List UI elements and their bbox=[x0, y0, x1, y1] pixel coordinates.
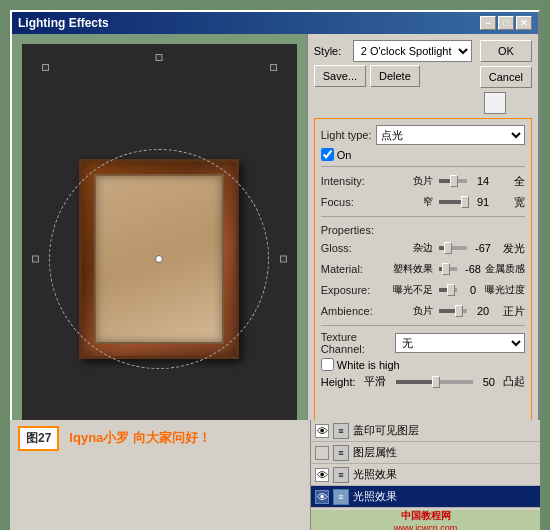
layer-eye-4[interactable]: 👁 bbox=[315, 490, 329, 504]
layer-icon-2: ≡ bbox=[333, 445, 349, 461]
height-value: 50 bbox=[483, 376, 495, 388]
layer-row-1: 👁 ≡ 盖印可见图层 bbox=[311, 420, 540, 442]
layer-name-3: 光照效果 bbox=[353, 467, 397, 482]
cancel-button[interactable]: Cancel bbox=[480, 66, 532, 88]
gloss-slider[interactable] bbox=[439, 246, 467, 250]
intensity-right: 全 bbox=[495, 174, 525, 189]
ok-button[interactable]: OK bbox=[480, 40, 532, 62]
ok-cancel-group: OK Cancel bbox=[480, 40, 532, 114]
handle-top[interactable] bbox=[156, 54, 163, 61]
focus-value: 91 bbox=[473, 196, 493, 208]
layer-row-3: 👁 ≡ 光照效果 bbox=[311, 464, 540, 486]
ambience-label: Ambience: bbox=[321, 305, 391, 317]
banner-area: 图27 lqyna小罗 向大家问好！ bbox=[10, 420, 310, 456]
maximize-button[interactable]: □ bbox=[498, 16, 514, 30]
texture-select[interactable]: 无 bbox=[395, 333, 525, 353]
style-label: Style: bbox=[314, 45, 349, 57]
delete-button[interactable]: Delete bbox=[370, 65, 420, 87]
ambience-value: 20 bbox=[473, 305, 493, 317]
ambience-right: 正片 bbox=[495, 304, 525, 319]
focus-label: Focus: bbox=[321, 196, 391, 208]
save-button[interactable]: Save... bbox=[314, 65, 366, 87]
intensity-thumb[interactable] bbox=[450, 175, 458, 187]
handle-topright[interactable] bbox=[270, 64, 277, 71]
on-checkbox[interactable] bbox=[321, 148, 334, 161]
divider1 bbox=[321, 166, 525, 167]
exposure-right: 曝光过度 bbox=[485, 283, 525, 297]
focus-fill bbox=[439, 200, 463, 204]
divider2 bbox=[321, 216, 525, 217]
ambience-left: 负片 bbox=[393, 304, 433, 318]
intensity-slider[interactable] bbox=[439, 179, 467, 183]
gloss-right: 发光 bbox=[495, 241, 525, 256]
layer-name-1: 盖印可见图层 bbox=[353, 423, 419, 438]
frame-picture bbox=[79, 159, 239, 359]
intensity-label: Intensity: bbox=[321, 175, 391, 187]
exposure-left: 曝光不足 bbox=[393, 283, 433, 297]
ambience-fill bbox=[439, 309, 456, 313]
layer-row-2: ≡ 图层属性 bbox=[311, 442, 540, 464]
material-slider[interactable] bbox=[439, 267, 457, 271]
exposure-row: Exposure: 曝光不足 0 曝光过度 bbox=[321, 281, 525, 299]
bottom-area: 图27 lqyna小罗 向大家问好！ 👁 ≡ 盖印可见图层 ≡ 图层属性 👁 ≡… bbox=[10, 420, 540, 530]
watermark-line2: www.jcwcn.com bbox=[394, 523, 458, 530]
light-type-select[interactable]: 点光 bbox=[376, 125, 525, 145]
gloss-thumb[interactable] bbox=[444, 242, 452, 254]
gloss-row: Gloss: 杂边 -67 发光 bbox=[321, 239, 525, 257]
title-bar: Lighting Effects – □ ✕ bbox=[12, 12, 538, 34]
greeting-text: lqyna小罗 向大家问好！ bbox=[69, 429, 211, 447]
layer-row-4[interactable]: 👁 ≡ 光照效果 bbox=[311, 486, 540, 508]
material-value: -68 bbox=[463, 263, 483, 275]
exposure-thumb[interactable] bbox=[447, 284, 455, 296]
handle-topleft[interactable] bbox=[42, 64, 49, 71]
texture-row: Texture Channel: 无 bbox=[321, 331, 525, 355]
title-text: Lighting Effects bbox=[18, 16, 109, 30]
gloss-label: Gloss: bbox=[321, 242, 391, 254]
on-label: On bbox=[337, 149, 352, 161]
fig-label: 图27 bbox=[18, 426, 59, 451]
divider3 bbox=[321, 325, 525, 326]
layer-name-4: 光照效果 bbox=[353, 489, 397, 504]
material-thumb[interactable] bbox=[442, 263, 450, 275]
light-type-label: Light type: bbox=[321, 129, 372, 141]
layer-eye-1[interactable]: 👁 bbox=[315, 424, 329, 438]
preview-canvas[interactable] bbox=[22, 44, 297, 473]
focus-left: 窄 bbox=[393, 195, 433, 209]
material-right: 金属质感 bbox=[485, 262, 525, 276]
watermark-area: 中国教程网 www.jcwcn.com bbox=[311, 510, 540, 530]
light-type-row: Light type: 点光 bbox=[321, 125, 525, 145]
material-left: 塑料效果 bbox=[393, 262, 433, 276]
exposure-label: Exposure: bbox=[321, 284, 391, 296]
white-high-checkbox[interactable] bbox=[321, 358, 334, 371]
layer-eye-2[interactable] bbox=[315, 446, 329, 460]
title-bar-buttons: – □ ✕ bbox=[480, 16, 532, 30]
style-select[interactable]: 2 O'clock Spotlight bbox=[353, 40, 472, 62]
height-thumb[interactable] bbox=[432, 376, 440, 388]
layer-eye-3[interactable]: 👁 bbox=[315, 468, 329, 482]
gloss-left: 杂边 bbox=[393, 241, 433, 255]
white-high-row: White is high bbox=[321, 358, 525, 371]
handle-left[interactable] bbox=[32, 255, 39, 262]
focus-slider[interactable] bbox=[439, 200, 467, 204]
layer-name-2: 图层属性 bbox=[353, 445, 397, 460]
minimize-button[interactable]: – bbox=[480, 16, 496, 30]
focus-thumb[interactable] bbox=[461, 196, 469, 208]
handle-right[interactable] bbox=[280, 255, 287, 262]
layer-icon-3: ≡ bbox=[333, 467, 349, 483]
height-slider[interactable] bbox=[396, 380, 473, 384]
top-controls-row: Style: 2 O'clock Spotlight Save... Delet… bbox=[314, 40, 532, 114]
ambience-slider[interactable] bbox=[439, 309, 467, 313]
intensity-value: 14 bbox=[473, 175, 493, 187]
close-button[interactable]: ✕ bbox=[516, 16, 532, 30]
ambience-thumb[interactable] bbox=[455, 305, 463, 317]
color-swatch[interactable] bbox=[484, 92, 506, 114]
height-fill bbox=[396, 380, 435, 384]
focus-row: Focus: 窄 91 宽 bbox=[321, 193, 525, 211]
exposure-slider[interactable] bbox=[439, 288, 457, 292]
ambience-row: Ambience: 负片 20 正片 bbox=[321, 302, 525, 320]
intensity-left: 负片 bbox=[393, 174, 433, 188]
layer-panel: 👁 ≡ 盖印可见图层 ≡ 图层属性 👁 ≡ 光照效果 👁 ≡ 光照效果 中国教程… bbox=[310, 420, 540, 530]
white-high-label: White is high bbox=[337, 359, 400, 371]
layer-icon-4: ≡ bbox=[333, 489, 349, 505]
properties-label: Properties: bbox=[321, 224, 525, 236]
